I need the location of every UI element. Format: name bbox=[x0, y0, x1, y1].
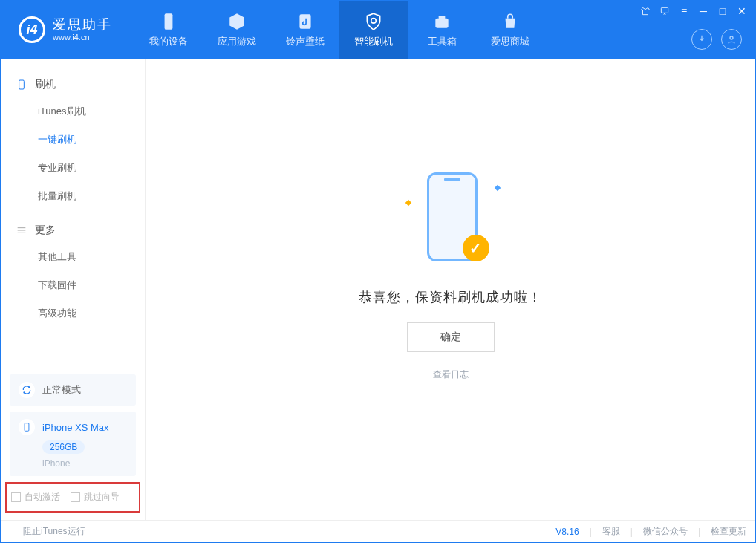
check-update-link[interactable]: 检查更新 bbox=[711, 525, 746, 538]
list-icon bbox=[16, 224, 27, 236]
spark-icon bbox=[494, 185, 500, 191]
cube-icon bbox=[227, 12, 247, 31]
sidebar-list-more: 其他工具 下载固件 高级功能 bbox=[1, 243, 145, 328]
device-mode-card[interactable]: 正常模式 bbox=[10, 374, 136, 406]
nav-label: 应用游戏 bbox=[218, 35, 256, 48]
checkbox-label: 阻止iTunes运行 bbox=[23, 525, 85, 538]
phone-small-icon bbox=[19, 419, 35, 435]
auto-activate-checkbox[interactable]: 自动激活 bbox=[11, 491, 60, 504]
sidebar-category-flash: 刷机 bbox=[1, 72, 145, 97]
svg-rect-1 bbox=[299, 14, 310, 29]
menu-icon[interactable]: ≡ bbox=[678, 5, 690, 17]
close-button[interactable]: ✕ bbox=[736, 5, 748, 17]
nav-label: 我的设备 bbox=[149, 35, 188, 48]
nav-apps[interactable]: 应用游戏 bbox=[203, 1, 271, 59]
nav-store[interactable]: 爱思商城 bbox=[476, 1, 544, 59]
sidebar-bottom: 正常模式 iPhone XS Max 256GB iPhone 自动激活 跳过向… bbox=[1, 368, 145, 520]
minimize-button[interactable]: ─ bbox=[697, 5, 709, 17]
device-model: iPhone bbox=[42, 458, 70, 469]
block-itunes-checkbox[interactable]: 阻止iTunes运行 bbox=[10, 525, 85, 538]
nav-label: 铃声壁纸 bbox=[286, 35, 325, 48]
checkbox-label: 跳过向导 bbox=[84, 491, 120, 504]
app-body: 刷机 iTunes刷机 一键刷机 专业刷机 批量刷机 更多 其他工具 下载固件 … bbox=[1, 59, 755, 520]
maximize-button[interactable]: □ bbox=[717, 5, 729, 17]
sidebar-item-oneclick-flash[interactable]: 一键刷机 bbox=[1, 126, 145, 154]
footer: 阻止iTunes运行 V8.16 | 客服 | 微信公众号 | 检查更新 bbox=[1, 520, 755, 542]
wechat-link[interactable]: 微信公众号 bbox=[643, 525, 688, 538]
divider: | bbox=[630, 527, 633, 537]
customer-service-link[interactable]: 客服 bbox=[602, 525, 620, 538]
divider: | bbox=[698, 527, 700, 537]
nav-flash[interactable]: 智能刷机 bbox=[339, 1, 408, 59]
user-button[interactable] bbox=[721, 29, 742, 50]
sidebar-item-itunes-flash[interactable]: iTunes刷机 bbox=[1, 97, 145, 126]
sidebar-item-batch-flash[interactable]: 批量刷机 bbox=[1, 182, 145, 210]
nav-ringtone[interactable]: 铃声壁纸 bbox=[271, 1, 339, 59]
nav-label: 智能刷机 bbox=[354, 35, 393, 48]
phone-icon bbox=[159, 12, 178, 31]
sidebar-category-more: 更多 bbox=[1, 218, 145, 243]
brand-title: 爱思助手 bbox=[53, 17, 112, 33]
svg-rect-3 bbox=[435, 18, 448, 27]
footer-right: V8.16 | 客服 | 微信公众号 | 检查更新 bbox=[555, 525, 746, 538]
toolbox-icon bbox=[432, 12, 452, 31]
sidebar-item-advanced[interactable]: 高级功能 bbox=[1, 299, 145, 328]
success-illustration: ✓ bbox=[399, 168, 503, 272]
device-name: iPhone XS Max bbox=[42, 422, 109, 433]
nav-label: 工具箱 bbox=[428, 35, 457, 48]
svg-rect-4 bbox=[439, 16, 446, 19]
sidebar: 刷机 iTunes刷机 一键刷机 专业刷机 批量刷机 更多 其他工具 下载固件 … bbox=[1, 59, 146, 520]
skip-guide-checkbox[interactable]: 跳过向导 bbox=[71, 491, 120, 504]
sidebar-category-label: 更多 bbox=[35, 224, 56, 237]
svg-rect-10 bbox=[25, 423, 29, 432]
checkbox-icon bbox=[11, 492, 21, 502]
svg-point-2 bbox=[371, 18, 377, 23]
brand-logo-icon: i4 bbox=[19, 16, 45, 43]
svg-point-8 bbox=[28, 386, 30, 388]
sidebar-item-download-firmware[interactable]: 下载固件 bbox=[1, 271, 145, 299]
nav-label: 爱思商城 bbox=[491, 35, 529, 48]
device-mode-label: 正常模式 bbox=[42, 383, 81, 397]
nav-my-device[interactable]: 我的设备 bbox=[134, 1, 203, 59]
version-label: V8.16 bbox=[555, 527, 579, 537]
check-badge-icon: ✓ bbox=[463, 235, 489, 261]
svg-rect-5 bbox=[661, 7, 668, 13]
nav-toolbox[interactable]: 工具箱 bbox=[408, 1, 476, 59]
app-window: i4 爱思助手 www.i4.cn 我的设备 应用游戏 铃声壁纸 智能刷机 bbox=[0, 0, 756, 543]
sync-icon bbox=[19, 382, 35, 398]
header-actions bbox=[691, 29, 742, 50]
brand-subtitle: www.i4.cn bbox=[53, 33, 112, 42]
device-icon bbox=[16, 79, 27, 91]
music-icon bbox=[296, 12, 315, 31]
svg-rect-0 bbox=[165, 13, 173, 30]
svg-point-6 bbox=[730, 36, 733, 39]
brand-text: 爱思助手 www.i4.cn bbox=[53, 17, 112, 43]
feedback-icon[interactable] bbox=[659, 5, 671, 17]
divider: | bbox=[590, 527, 592, 537]
success-message: 恭喜您，保资料刷机成功啦！ bbox=[359, 288, 542, 306]
storage-badge: 256GB bbox=[42, 440, 85, 454]
download-button[interactable] bbox=[691, 29, 712, 50]
checkbox-label: 自动激活 bbox=[25, 491, 60, 504]
shield-icon bbox=[364, 12, 383, 31]
bag-icon bbox=[501, 12, 520, 31]
device-info-card[interactable]: iPhone XS Max 256GB iPhone bbox=[10, 412, 136, 476]
sidebar-item-pro-flash[interactable]: 专业刷机 bbox=[1, 154, 145, 182]
window-controls: ≡ ─ □ ✕ bbox=[639, 5, 748, 17]
spark-icon bbox=[405, 200, 411, 206]
sidebar-list-flash: iTunes刷机 一键刷机 专业刷机 批量刷机 bbox=[1, 97, 145, 210]
confirm-button[interactable]: 确定 bbox=[407, 322, 495, 352]
svg-rect-7 bbox=[19, 80, 25, 89]
view-log-link[interactable]: 查看日志 bbox=[433, 368, 469, 381]
shirt-icon[interactable] bbox=[639, 5, 651, 17]
main-content: ✓ 恭喜您，保资料刷机成功啦！ 确定 查看日志 bbox=[146, 59, 755, 520]
checkbox-icon bbox=[10, 527, 19, 536]
sidebar-item-other-tools[interactable]: 其他工具 bbox=[1, 243, 145, 271]
svg-point-9 bbox=[23, 391, 25, 393]
sidebar-category-label: 刷机 bbox=[35, 78, 56, 91]
highlighted-options: 自动激活 跳过向导 bbox=[5, 482, 140, 513]
brand: i4 爱思助手 www.i4.cn bbox=[1, 1, 134, 59]
checkbox-icon bbox=[71, 492, 80, 502]
header: i4 爱思助手 www.i4.cn 我的设备 应用游戏 铃声壁纸 智能刷机 bbox=[1, 1, 755, 59]
